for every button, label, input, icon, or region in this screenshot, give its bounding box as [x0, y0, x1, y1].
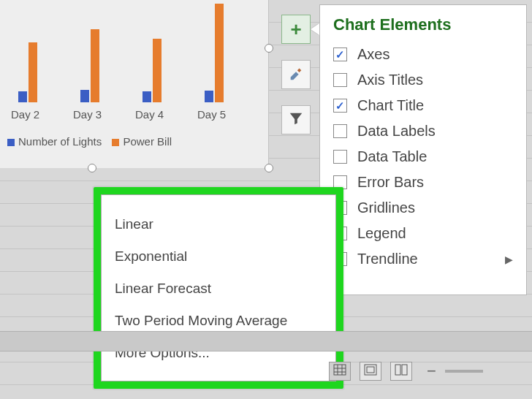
bar-series2-day5[interactable]	[215, 4, 224, 102]
grid-view-icon	[333, 364, 346, 379]
submenu-arrow-icon[interactable]: ▶	[505, 254, 513, 265]
checkbox-icon[interactable]	[333, 150, 347, 164]
svg-rect-5	[365, 365, 376, 375]
legend-label: Power Bill	[123, 135, 172, 148]
item-label: Axes	[357, 46, 390, 63]
chart-plot-area	[0, 0, 269, 102]
bar-series1-day3[interactable]	[80, 90, 89, 102]
funnel-icon	[288, 110, 304, 129]
chart-element-data-table[interactable]: Data Table	[333, 144, 513, 170]
bar-series2-day2[interactable]	[28, 42, 37, 102]
x-axis-label: Day 4	[135, 108, 164, 121]
bar-series1-day2[interactable]	[18, 91, 27, 102]
checkbox-icon[interactable]	[333, 124, 347, 138]
bar-series1-day4[interactable]	[142, 91, 151, 102]
selection-handle[interactable]	[265, 44, 273, 53]
bar-series2-day4[interactable]	[153, 39, 162, 102]
legend-swatch-series2	[112, 139, 119, 146]
item-label: Chart Title	[357, 97, 424, 114]
page-break-icon	[395, 364, 408, 379]
item-label: Error Bars	[357, 174, 424, 191]
bar-series1-day5[interactable]	[205, 91, 213, 102]
chart-element-chart-title[interactable]: Chart Title	[333, 93, 513, 118]
item-label: Axis Titles	[357, 72, 423, 88]
chart-legend[interactable]: Number of Lights Power Bill	[0, 135, 172, 148]
normal-view-button[interactable]	[329, 362, 351, 381]
chart-element-legend[interactable]: Legend	[333, 221, 513, 246]
trendline-option-linear-forecast[interactable]: Linear Forecast	[115, 273, 328, 305]
item-label: Legend	[357, 225, 406, 242]
chart-element-axes[interactable]: Axes	[333, 42, 513, 67]
trendline-option-linear[interactable]: Linear	[115, 208, 328, 240]
page-break-view-button[interactable]	[390, 362, 412, 381]
x-axis-label: Day 5	[197, 108, 226, 121]
item-label: Data Labels	[357, 123, 436, 140]
legend-label: Number of Lights	[18, 135, 102, 148]
checkbox-icon[interactable]	[333, 73, 347, 87]
panel-title: Chart Elements	[333, 15, 513, 34]
x-axis-label: Day 3	[73, 108, 102, 121]
checkbox-icon[interactable]	[333, 48, 347, 61]
page-layout-icon	[364, 364, 377, 379]
chart-elements-button[interactable]: +	[281, 15, 311, 44]
chart-styles-button[interactable]	[281, 60, 311, 89]
svg-rect-8	[402, 365, 407, 375]
chart-elements-panel: Chart Elements Axes Axis Titles Chart Ti…	[319, 4, 527, 295]
chart-element-gridlines[interactable]: Gridlines	[333, 195, 513, 221]
x-axis-label: Day 2	[11, 108, 39, 121]
status-bar	[0, 331, 532, 352]
view-controls: −	[329, 357, 532, 386]
chart-object[interactable]: Day 2 Day 3 Day 4 Day 5 Number of Lights…	[0, 0, 269, 168]
chart-element-axis-titles[interactable]: Axis Titles	[333, 67, 513, 93]
svg-rect-0	[334, 365, 346, 375]
zoom-out-button[interactable]: −	[427, 362, 436, 381]
page-layout-view-button[interactable]	[360, 362, 381, 381]
selection-handle[interactable]	[88, 164, 96, 172]
item-label: Data Table	[357, 148, 427, 165]
brush-icon	[288, 65, 304, 84]
chart-element-trendline[interactable]: Trendline ▶	[333, 246, 513, 272]
bar-series2-day3[interactable]	[91, 29, 99, 102]
chart-filters-button[interactable]	[281, 105, 311, 134]
item-label: Trendline	[357, 251, 418, 267]
trendline-option-exponential[interactable]: Exponential	[115, 240, 328, 273]
chart-element-error-bars[interactable]: Error Bars	[333, 170, 513, 195]
trendline-submenu: Linear Exponential Linear Forecast Two P…	[101, 194, 336, 381]
zoom-slider[interactable]	[445, 370, 483, 373]
svg-rect-7	[395, 365, 400, 375]
item-label: Gridlines	[357, 200, 415, 216]
trendline-submenu-highlight: Linear Exponential Linear Forecast Two P…	[94, 187, 343, 389]
selection-handle[interactable]	[265, 164, 273, 172]
flyout-pointer	[311, 23, 319, 35]
svg-rect-6	[367, 367, 374, 373]
legend-swatch-series1	[7, 139, 15, 146]
chart-element-data-labels[interactable]: Data Labels	[333, 118, 513, 144]
checkbox-icon[interactable]	[333, 99, 347, 113]
plus-icon: +	[290, 20, 301, 39]
